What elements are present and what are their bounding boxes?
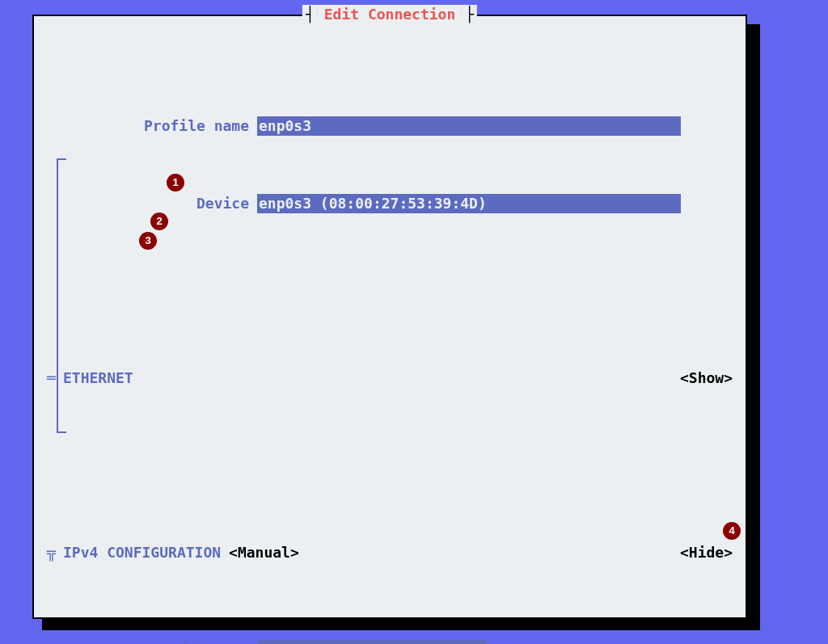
dialog-title-bar: ┤ Edit Connection ├ bbox=[302, 5, 477, 24]
device-label: Device bbox=[47, 194, 249, 213]
annotation-badge-3: 3 bbox=[139, 232, 157, 250]
profile-name-input[interactable]: enp0s3 bbox=[257, 116, 681, 136]
edit-connection-dialog: ┤ Edit Connection ├ 1 2 3 4 Profile name… bbox=[32, 15, 747, 619]
ipv4-hide-button[interactable]: <Hide> bbox=[680, 543, 733, 562]
dialog-title: Edit Connection bbox=[318, 5, 463, 24]
ethernet-show-button[interactable]: <Show> bbox=[680, 368, 733, 388]
annotation-badge-1: 1 bbox=[167, 174, 184, 192]
ipv4-section-label: IPv4 CONFIGURATION bbox=[63, 543, 221, 562]
address-input[interactable]: 10.20.0.72/24 bbox=[257, 640, 487, 644]
profile-name-label: Profile name bbox=[47, 116, 249, 136]
device-input[interactable]: enp0s3 (08:00:27:53:39:4D) bbox=[257, 194, 681, 213]
addresses-label: Addresses bbox=[47, 640, 249, 644]
annotation-badge-2: 2 bbox=[150, 213, 168, 230]
annotation-badge-4: 4 bbox=[723, 522, 741, 540]
address-remove-button[interactable]: <Remove> bbox=[495, 640, 565, 644]
ipv4-mode-select[interactable]: <Manual> bbox=[229, 543, 299, 562]
ethernet-section-label: ETHERNET bbox=[63, 368, 133, 388]
